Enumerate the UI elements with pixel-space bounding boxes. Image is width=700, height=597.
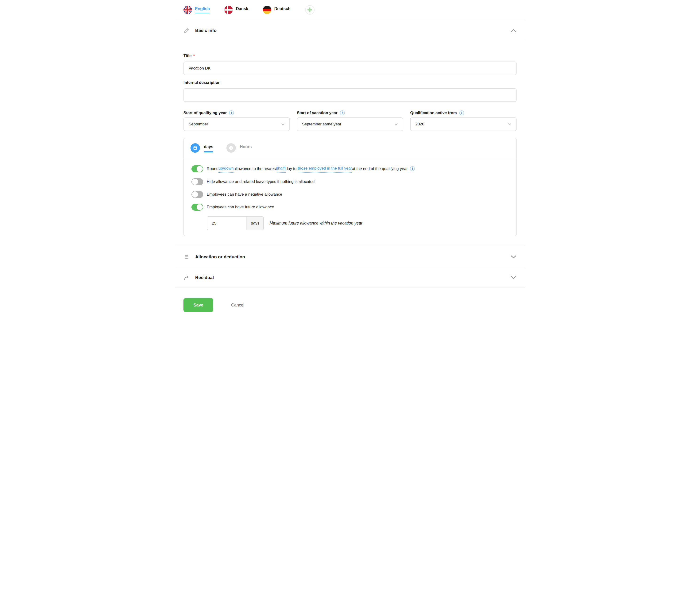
uk-flag-icon <box>183 6 192 14</box>
toggle-label: Employees can have future allowance <box>207 204 274 211</box>
toggle-label: Hide allowance and related leave types i… <box>207 178 315 185</box>
form-footer: Save Cancel <box>175 288 525 314</box>
toggle-knob <box>197 204 203 210</box>
dropdown-row: Start of qualifying year i September Sta… <box>183 110 517 131</box>
clock-icon <box>226 143 236 153</box>
title-input[interactable] <box>183 61 517 75</box>
qualifying-year-label: Start of qualifying year i <box>183 110 290 115</box>
section-header-residual[interactable]: Residual <box>175 268 525 287</box>
calendar-icon <box>183 254 190 260</box>
language-bar: English Dansk <box>175 0 525 20</box>
toggle-row-rounding: Round up/down allowance to the nearest [… <box>192 165 509 173</box>
half-link[interactable]: [half] <box>277 165 285 173</box>
future-allowance-hint: Maximum future allowance within the vaca… <box>270 221 362 226</box>
tab-hours[interactable]: Hours <box>226 143 252 153</box>
language-tab-label: Deutsch <box>274 6 291 14</box>
max-future-allowance-input[interactable] <box>207 217 246 230</box>
vacation-year-label: Start of vacation year i <box>297 110 403 115</box>
required-asterisk: * <box>193 53 195 58</box>
section-title: Residual <box>195 275 214 280</box>
rounding-toggle[interactable] <box>192 165 203 172</box>
language-tab-label: Dansk <box>236 6 248 14</box>
chevron-down-icon <box>281 123 285 125</box>
toggle-label: Round up/down allowance to the nearest [… <box>207 165 415 173</box>
chevron-down-icon <box>508 123 511 125</box>
toggle-row-future-allowance: Employees can have future allowance <box>192 204 509 211</box>
up-down-link[interactable]: up/down <box>219 165 233 173</box>
select-value: September <box>189 122 281 127</box>
future-allowance-toggle[interactable] <box>192 204 203 211</box>
select-value: 2020 <box>415 122 508 127</box>
chevron-up-icon[interactable] <box>510 29 517 32</box>
qualification-active-label: Qualification active from i <box>410 110 517 115</box>
cancel-button[interactable]: Cancel <box>231 303 244 308</box>
language-tab-deutsch[interactable]: Deutsch <box>263 6 291 14</box>
tab-label: Hours <box>240 144 252 152</box>
unit-tabs: days Hours <box>184 138 516 158</box>
allowance-unit-box: days Hours Round up/down allowance t <box>183 138 517 236</box>
chevron-down-icon[interactable] <box>510 276 517 279</box>
info-icon[interactable]: i <box>410 166 415 171</box>
title-label: Title * <box>183 53 517 58</box>
chevron-down-icon <box>394 123 398 125</box>
vacation-year-field: Start of vacation year i September same … <box>297 110 403 131</box>
qualifying-year-field: Start of qualifying year i September <box>183 110 290 131</box>
qualification-active-select[interactable]: 2020 <box>410 118 517 131</box>
language-tab-dansk[interactable]: Dansk <box>224 6 248 14</box>
qualifying-year-select[interactable]: September <box>183 118 290 131</box>
pencil-icon <box>183 27 190 33</box>
toggle-row-hide-allowance: Hide allowance and related leave types i… <box>192 178 509 185</box>
basic-info-form: Title * Internal description Start of qu… <box>175 41 525 246</box>
info-icon[interactable]: i <box>459 110 464 115</box>
plus-icon <box>307 7 312 13</box>
redirect-arrow-icon <box>183 275 190 281</box>
toggle-knob <box>197 166 203 172</box>
section-title: Basic info <box>195 28 217 33</box>
toggle-knob <box>192 192 198 198</box>
chevron-down-icon[interactable] <box>510 255 517 259</box>
future-allowance-input-row: days Maximum future allowance within the… <box>192 216 509 230</box>
hide-allowance-toggle[interactable] <box>192 178 203 185</box>
employed-full-year-link[interactable]: those employed in the full year <box>298 165 352 173</box>
section-title: Allocation or deduction <box>195 254 245 259</box>
tab-label: days <box>204 144 213 152</box>
unit-addon: days <box>246 217 263 230</box>
internal-description-label: Internal description <box>183 80 517 85</box>
section-header-basic-info[interactable]: Basic info <box>175 20 525 41</box>
language-tab-label: English <box>195 6 210 14</box>
toggle-knob <box>192 179 198 185</box>
negative-allowance-toggle[interactable] <box>192 191 203 198</box>
calendar-icon <box>191 143 200 153</box>
select-value: September same year <box>302 122 395 127</box>
toggle-row-negative-allowance: Employees can have a negative allowance <box>192 191 509 198</box>
save-button[interactable]: Save <box>183 298 213 312</box>
info-icon[interactable]: i <box>340 110 345 115</box>
toggle-label: Employees can have a negative allowance <box>207 191 282 198</box>
toggle-list: Round up/down allowance to the nearest [… <box>184 158 516 236</box>
qualification-active-field: Qualification active from i 2020 <box>410 110 517 131</box>
internal-description-input[interactable] <box>183 88 517 102</box>
tab-days[interactable]: days <box>191 143 213 153</box>
section-header-allocation[interactable]: Allocation or deduction <box>175 246 525 268</box>
language-tab-english[interactable]: English <box>183 6 210 14</box>
denmark-flag-icon <box>224 6 233 14</box>
germany-flag-icon <box>263 6 271 14</box>
add-language-button[interactable] <box>305 5 315 15</box>
vacation-year-select[interactable]: September same year <box>297 118 403 131</box>
info-icon[interactable]: i <box>229 110 234 115</box>
max-future-allowance-group: days <box>207 216 264 230</box>
